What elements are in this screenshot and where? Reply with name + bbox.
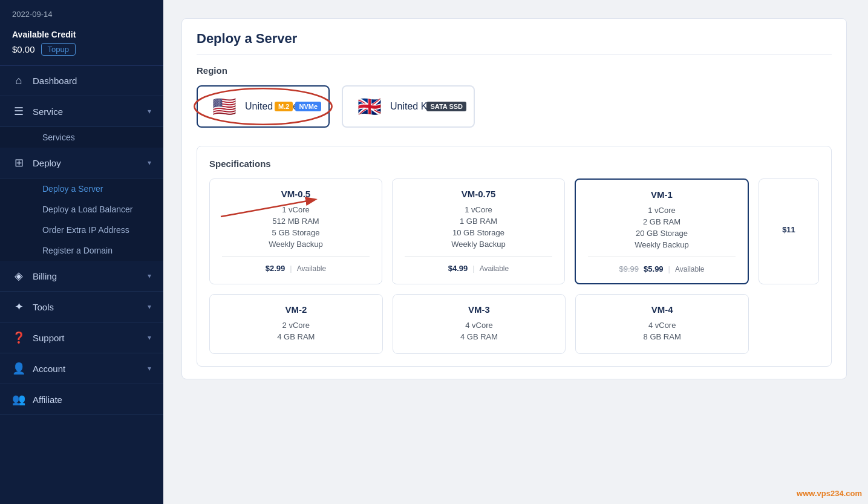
sidebar-date: 2022-09-14 (0, 0, 163, 24)
spec-card-vm4[interactable]: VM-4 4 vCore 8 GB RAM (575, 294, 749, 354)
sidebar-item-deploy-lb[interactable]: Deploy a Load Balancer (33, 199, 163, 220)
m2-badge: M.2 (275, 102, 293, 111)
sidebar-item-billing[interactable]: ◈ Billing ▾ (0, 261, 163, 292)
region-card-uk[interactable]: 🇬🇧 United Kingdom SATA SSD (342, 85, 475, 128)
account-icon: 👤 (12, 362, 25, 375)
vm05-availability: Available (297, 264, 326, 273)
vm05-backup: Weekly Backup (222, 240, 370, 249)
vm3-name: VM-3 (405, 304, 553, 315)
vm075-availability: Available (480, 264, 509, 273)
deploy-submenu: Deploy a Server Deploy a Load Balancer O… (0, 178, 163, 261)
vm1-price-old: $9.99 (619, 264, 639, 273)
vm075-name: VM-0.75 (405, 189, 552, 199)
topup-button[interactable]: Topup (41, 43, 76, 56)
chevron-down-icon: ▾ (148, 107, 151, 116)
deploy-server-card: Deploy a Server Region (181, 18, 847, 379)
nav-label-affiliate: Affiliate (33, 394, 151, 405)
sidebar-item-deploy[interactable]: ⊞ Deploy ▾ (0, 148, 163, 178)
vm05-name: VM-0.5 (222, 189, 370, 199)
vm4-name: VM-4 (588, 304, 736, 315)
us-flag: 🇺🇸 (212, 95, 237, 118)
vm05-vcore: 1 vCore (222, 205, 370, 214)
sata-badge: SATA SSD (426, 102, 466, 111)
vm1-price-value: $5.99 (644, 264, 664, 273)
tools-icon: ✦ (12, 300, 25, 313)
home-icon: ⌂ (12, 74, 25, 87)
vm3-vcore: 4 vCore (405, 321, 553, 330)
sidebar-item-account[interactable]: 👤 Account ▾ (0, 353, 163, 384)
vm1-availability: Available (675, 265, 704, 273)
nav-label-dashboard: Dashboard (33, 76, 151, 86)
extra-price: $11 (771, 189, 806, 234)
specs-section: Specifications VM-0.5 1 vCore 512 MB RAM… (197, 146, 832, 367)
service-icon: ☰ (12, 105, 25, 118)
vm05-ram: 512 MB RAM (222, 217, 370, 226)
sidebar-item-deploy-server[interactable]: Deploy a Server (33, 178, 163, 199)
service-submenu: Services (0, 127, 163, 148)
region-cards: 🇺🇸 United States M.2 NVMe (197, 85, 832, 128)
region-card-us[interactable]: 🇺🇸 United States M.2 NVMe (197, 85, 330, 128)
chevron-down-icon: ▾ (148, 303, 151, 311)
extra-price-value: $11 (782, 225, 795, 234)
vm075-price-value: $4.99 (448, 264, 468, 273)
sidebar-item-order-ip[interactable]: Order Extra IP Address (33, 220, 163, 240)
vm075-storage: 10 GB Storage (405, 228, 552, 237)
spec-card-vm2[interactable]: VM-2 2 vCore 4 GB RAM (209, 294, 383, 354)
spec-card-vm3[interactable]: VM-3 4 vCore 4 GB RAM (393, 294, 566, 354)
vm1-vcore: 1 vCore (588, 206, 736, 215)
deploy-icon: ⊞ (12, 156, 25, 169)
vm2-ram: 4 GB RAM (222, 332, 370, 341)
vm075-price: $4.99 | Available (405, 264, 552, 273)
nav-label-tools: Tools (33, 302, 140, 312)
nav-label-service: Service (33, 106, 140, 117)
vm1-backup: Weekly Backup (588, 240, 736, 249)
sidebar: 2022-09-14 Available Credit $0.00 Topup … (0, 0, 163, 504)
sidebar-item-services[interactable]: Services (33, 127, 163, 148)
vm1-price: $9.99 $5.99 | Available (588, 264, 736, 273)
credit-label: Available Credit (12, 30, 151, 39)
affiliate-icon: 👥 (12, 393, 25, 406)
nav-label-billing: Billing (33, 271, 140, 281)
page-title: Deploy a Server (197, 31, 832, 54)
uk-badges: SATA SSD (426, 102, 466, 111)
vm05-price-value: $2.99 (266, 264, 286, 273)
vm05-storage: 5 GB Storage (222, 228, 370, 237)
vm3-ram: 4 GB RAM (405, 332, 553, 341)
us-badges: M.2 NVMe (275, 102, 321, 111)
region-section: Region 🇺🇸 Un (197, 65, 832, 128)
sidebar-item-dashboard[interactable]: ⌂ Dashboard (0, 66, 163, 96)
spec-cards-row2: VM-2 2 vCore 4 GB RAM VM-3 4 vCore 4 GB … (209, 294, 819, 354)
nav-label-account: Account (33, 364, 140, 374)
sidebar-item-register-domain[interactable]: Register a Domain (33, 240, 163, 261)
spec-card-vm075[interactable]: VM-0.75 1 vCore 1 GB RAM 10 GB Storage W… (392, 178, 565, 284)
vm2-vcore: 2 vCore (222, 321, 370, 330)
sidebar-item-support[interactable]: ❓ Support ▾ (0, 322, 163, 353)
nvme-badge: NVMe (295, 102, 321, 111)
vm4-vcore: 4 vCore (588, 321, 736, 330)
chevron-down-icon: ▾ (148, 159, 151, 167)
vm05-price: $2.99 | Available (222, 264, 370, 273)
spec-card-vm05[interactable]: VM-0.5 1 vCore 512 MB RAM 5 GB Storage W… (209, 178, 382, 284)
nav-label-support: Support (33, 333, 140, 343)
credit-amount: $0.00 (12, 44, 35, 54)
vm1-name: VM-1 (588, 189, 736, 200)
sidebar-item-tools[interactable]: ✦ Tools ▾ (0, 292, 163, 322)
vm2-name: VM-2 (222, 304, 370, 315)
specs-label: Specifications (209, 159, 819, 169)
sidebar-credit: Available Credit $0.00 Topup (0, 24, 163, 66)
main-content: Deploy a Server Region (163, 0, 868, 504)
vm1-ram: 2 GB RAM (588, 217, 736, 226)
spec-card-vm1[interactable]: VM-1 1 vCore 2 GB RAM 20 GB Storage Week… (575, 178, 749, 284)
sidebar-item-service[interactable]: ☰ Service ▾ (0, 96, 163, 127)
vm075-vcore: 1 vCore (405, 205, 552, 214)
vm4-ram: 8 GB RAM (588, 332, 736, 341)
vm1-storage: 20 GB Storage (588, 229, 736, 238)
sidebar-item-affiliate[interactable]: 👥 Affiliate (0, 384, 163, 415)
vm075-backup: Weekly Backup (405, 240, 552, 249)
chevron-down-icon: ▾ (148, 364, 151, 373)
support-icon: ❓ (12, 331, 25, 344)
chevron-down-icon: ▾ (148, 272, 151, 280)
billing-icon: ◈ (12, 269, 25, 283)
spec-card-extra[interactable]: $11 (759, 178, 819, 284)
chevron-down-icon: ▾ (148, 333, 151, 342)
